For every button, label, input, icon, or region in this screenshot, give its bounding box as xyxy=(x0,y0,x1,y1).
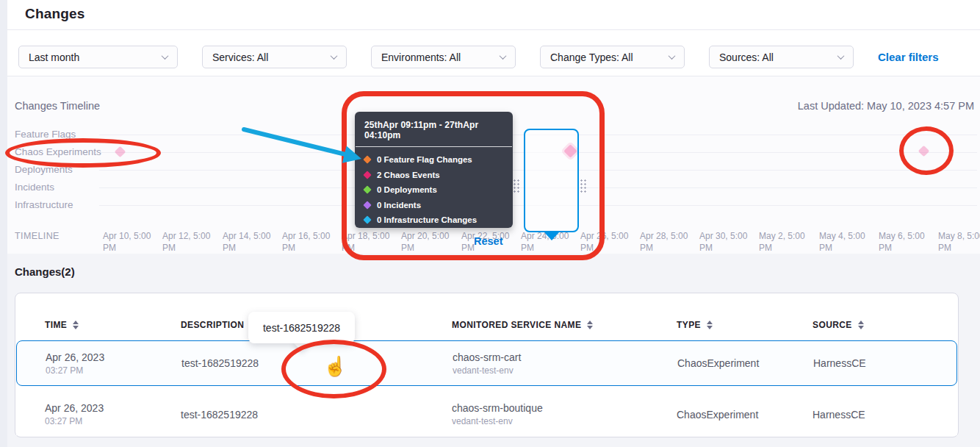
services-dropdown[interactable]: Services: All xyxy=(202,46,347,68)
row-description: test-1682519228 xyxy=(181,409,452,421)
deployment-diamond-icon xyxy=(363,185,371,193)
legend-label: 0 Incidents xyxy=(377,201,421,210)
services-value: Services: All xyxy=(212,51,268,63)
timeline-heading: Changes Timeline xyxy=(15,100,100,112)
row-source: HarnessCE xyxy=(813,409,957,421)
axis-tick: May 2, 5:00 PM xyxy=(759,231,807,254)
chevron-down-icon xyxy=(837,52,845,60)
environments-value: Environments: All xyxy=(381,51,461,63)
axis-tick: Apr 16, 5:00 PM xyxy=(282,231,331,254)
table-header-row: TIME DESCRIPTION MONITORED SERVICE NAME … xyxy=(15,293,958,340)
timeline-row-chaos-experiments: Chaos Experiments xyxy=(15,145,101,160)
last-updated-text: Last Updated: May 10, 2023 4:57 PM xyxy=(798,100,974,112)
column-label: TIME xyxy=(45,320,67,330)
sort-icon xyxy=(707,321,713,330)
legend-label: 2 Chaos Events xyxy=(377,171,440,179)
timeline-range-tooltip: 25thApr 09:11pm - 27thApr 04:10pm 0 Feat… xyxy=(355,112,513,228)
row-environment: vedant-test-env xyxy=(452,416,677,426)
timeline-row-incidents: Incidents xyxy=(15,180,54,195)
chevron-down-icon xyxy=(500,52,507,60)
column-label: DESCRIPTION xyxy=(181,320,244,330)
row-description: test-1682519228 xyxy=(181,357,453,369)
changes-table-section: Changes(2) TIME DESCRIPTION MONITORED SE… xyxy=(7,254,980,447)
legend-item-feature-flags: 0 Feature Flag Changes xyxy=(364,155,503,164)
axis-tick: Apr 28, 5:00 PM xyxy=(640,231,688,254)
chevron-down-icon xyxy=(162,52,169,60)
brush-handle-right[interactable] xyxy=(580,179,588,193)
row-service: chaos-srm-cart xyxy=(453,351,677,363)
row-date: Apr 26, 2023 xyxy=(45,402,181,414)
timeline-brush-selection[interactable] xyxy=(524,129,579,232)
filter-bar: Last month Services: All Environments: A… xyxy=(7,30,980,76)
environments-dropdown[interactable]: Environments: All xyxy=(371,46,516,68)
row-time: 03:27 PM xyxy=(45,416,181,426)
column-header-time[interactable]: TIME xyxy=(45,320,181,330)
legend-label: 0 Infrastructure Changes xyxy=(377,215,477,224)
changes-table-card: TIME DESCRIPTION MONITORED SERVICE NAME … xyxy=(15,293,959,437)
legend-label: 0 Feature Flag Changes xyxy=(377,155,472,164)
change-types-dropdown[interactable]: Change Types: All xyxy=(540,46,685,68)
incident-diamond-icon xyxy=(363,201,371,209)
row-environment: vedant-test-env xyxy=(453,365,677,376)
column-header-monitored-service[interactable]: MONITORED SERVICE NAME xyxy=(452,320,677,330)
column-label: MONITORED SERVICE NAME xyxy=(452,320,581,330)
page-header: Changes xyxy=(7,0,980,30)
row-time: 03:27 PM xyxy=(46,365,181,376)
sort-icon xyxy=(587,321,593,330)
axis-tick: Apr 14, 5:00 PM xyxy=(223,231,271,254)
sort-icon xyxy=(858,321,864,330)
brush-handle-left[interactable] xyxy=(513,179,521,193)
column-label: TYPE xyxy=(677,320,701,330)
column-header-source[interactable]: SOURCE xyxy=(813,320,958,330)
axis-tick: Apr 26, 5:00 PM xyxy=(580,231,629,254)
timeline-row-infrastructure: Infrastructure xyxy=(15,198,73,212)
chaos-event-marker-faded[interactable] xyxy=(115,146,126,158)
time-range-value: Last month xyxy=(29,51,79,63)
changes-count-heading: Changes(2) xyxy=(15,265,75,278)
legend-item-deployments: 0 Deployments xyxy=(364,185,503,194)
row-service: chaos-srm-boutique xyxy=(452,402,677,414)
row-date: Apr 26, 2023 xyxy=(46,351,181,363)
chevron-down-icon xyxy=(669,52,676,60)
axis-tick: Apr 30, 5:00 PM xyxy=(699,231,748,254)
timeline-row-deployments: Deployments xyxy=(15,162,73,177)
sources-dropdown[interactable]: Sources: All xyxy=(709,46,854,68)
row-type: ChaosExperiment xyxy=(677,357,813,369)
row-source: HarnessCE xyxy=(813,357,956,369)
sort-icon xyxy=(73,321,79,330)
axis-tick: Apr 20, 5:00 PM xyxy=(401,231,450,254)
change-types-value: Change Types: All xyxy=(550,51,633,63)
changes-timeline-section: Changes Timeline Last Updated: May 10, 2… xyxy=(7,76,980,254)
axis-tick: May 4, 5:00 PM xyxy=(819,231,868,254)
time-range-dropdown[interactable]: Last month xyxy=(18,46,178,68)
feature-flag-diamond-icon xyxy=(363,155,371,163)
reset-button[interactable]: Reset xyxy=(474,235,503,247)
legend-item-infrastructure: 0 Infrastructure Changes xyxy=(364,215,503,224)
legend-item-incidents: 0 Incidents xyxy=(364,201,503,210)
legend-item-chaos-events: 2 Chaos Events xyxy=(364,171,503,179)
chaos-event-diamond-icon xyxy=(363,171,371,179)
axis-tick: Apr 10, 5:00 PM xyxy=(103,231,151,254)
axis-tick: May 8, 5:00 PM xyxy=(938,231,980,254)
column-header-type[interactable]: TYPE xyxy=(677,320,813,330)
table-row[interactable]: Apr 26, 2023 03:27 PM test-1682519228 ch… xyxy=(16,393,957,435)
row-type: ChaosExperiment xyxy=(677,409,813,421)
infrastructure-diamond-icon xyxy=(363,215,371,224)
tooltip-date-range: 25thApr 09:11pm - 27thApr 04:10pm xyxy=(355,112,513,146)
axis-tick: Apr 18, 5:00 PM xyxy=(342,231,390,254)
timeline-axis-label: TIMELINE xyxy=(15,231,60,241)
page-title: Changes xyxy=(25,6,85,22)
column-label: SOURCE xyxy=(813,320,852,330)
axis-tick: May 6, 5:00 PM xyxy=(879,231,927,254)
description-hover-tooltip: test-1682519228 xyxy=(248,312,355,343)
chaos-event-marker-faded[interactable] xyxy=(918,146,930,157)
sources-value: Sources: All xyxy=(719,51,774,63)
timeline-row-feature-flags: Feature Flags xyxy=(15,127,76,142)
clear-filters-link[interactable]: Clear filters xyxy=(878,51,939,63)
table-row[interactable]: Apr 26, 2023 03:27 PM test-1682519228 ch… xyxy=(16,340,957,386)
brush-notch-icon xyxy=(544,232,559,240)
axis-tick: Apr 12, 5:00 PM xyxy=(162,231,211,254)
chevron-down-icon xyxy=(331,52,338,60)
legend-label: 0 Deployments xyxy=(377,185,437,194)
